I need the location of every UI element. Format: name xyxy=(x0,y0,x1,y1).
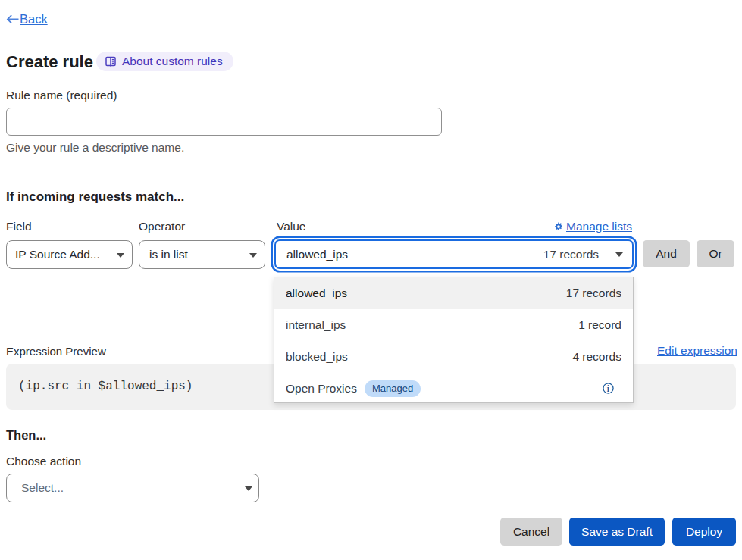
svg-text:i: i xyxy=(607,384,610,394)
